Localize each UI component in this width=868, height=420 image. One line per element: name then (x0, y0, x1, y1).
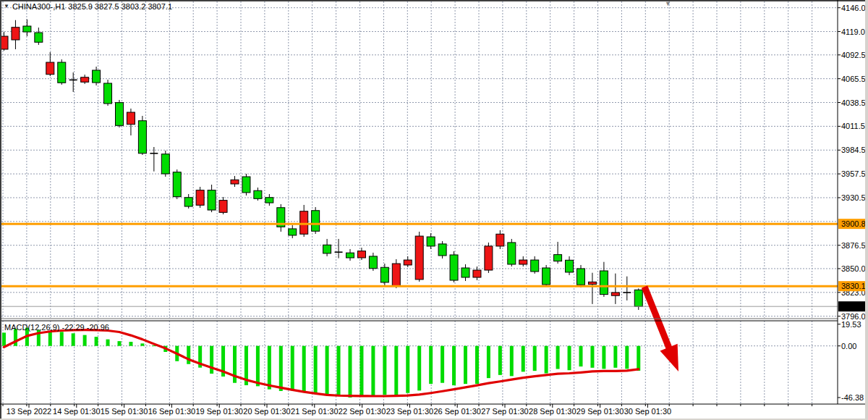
macd-histogram-bar (314, 346, 318, 394)
bull-candle-body (611, 293, 619, 295)
bear-candle-body (531, 260, 539, 272)
bear-candle-body (312, 211, 320, 231)
macd-histogram-bar (406, 346, 409, 393)
bid-price-badge-label: 3807.1 (841, 302, 866, 311)
time-axis-label: 19 Sep 01:30 (195, 407, 242, 416)
macd-histogram-bar (637, 346, 640, 371)
time-axis-label: 20 Sep 01:30 (243, 407, 290, 416)
macd-histogram-bar (210, 346, 213, 374)
bear-candle-body (184, 198, 192, 206)
bear-candle-body (369, 256, 377, 269)
window-right-strip (865, 0, 868, 420)
bear-candle-body (289, 229, 297, 235)
bull-candle-body (473, 270, 481, 277)
bear-candle-body (104, 83, 112, 104)
price-axis-label: 4092.5 (841, 51, 866, 59)
bull-candle-body (496, 234, 504, 246)
price-axis-label: 3850.0 (841, 264, 866, 273)
macd-histogram-bar (417, 346, 421, 391)
macd-histogram-bar (291, 346, 294, 391)
bear-candle-body (265, 198, 273, 203)
price-axis-label: 3876.5 (841, 241, 866, 250)
bull-candle-body (219, 201, 227, 213)
time-axis-label: 14 Sep 01:30 (53, 407, 100, 416)
bear-candle-body (23, 26, 31, 32)
bull-candle-body (404, 260, 412, 265)
bear-candle-body (600, 271, 608, 295)
bear-candle-body (116, 103, 124, 126)
indicator-name: MACD(12,26,9) (4, 323, 59, 332)
macd-histogram-bar (487, 346, 490, 378)
time-axis-label: 21 Sep 01:30 (291, 407, 338, 416)
macd-histogram-bar (48, 332, 52, 346)
macd-histogram-bar (545, 346, 548, 374)
macd-histogram-bar (613, 346, 617, 368)
candle (138, 116, 146, 155)
macd-histogram-bar (349, 346, 352, 398)
bear-candle-body (427, 237, 435, 246)
candle (196, 187, 204, 208)
level-price-badge-label: 3830.1 (841, 282, 866, 290)
indicator-label: MACD(12,26,9) -22.29 -20.96 (4, 323, 109, 332)
time-axis-label: 23 Sep 01:30 (386, 407, 433, 416)
macd-histogram-bar (590, 346, 594, 368)
macd-histogram-bar (522, 346, 525, 372)
bear-candle-body (438, 244, 446, 256)
bull-candle-body (12, 28, 20, 40)
bear-candle-body (554, 255, 562, 261)
macd-axis-label: 19.53 (841, 320, 861, 329)
bear-candle-body (161, 154, 169, 174)
macd-histogram-bar (95, 337, 98, 346)
bull-candle-body (392, 264, 400, 286)
macd-histogram-bar (60, 332, 64, 345)
bear-candle-body (173, 172, 181, 197)
candle (312, 207, 320, 234)
time-axis-label: 27 Sep 01:30 (481, 407, 528, 416)
bear-candle-body (35, 33, 43, 42)
macd-axis-label: -46.38 (841, 393, 864, 402)
macd-histogram-bar (602, 346, 605, 369)
price-axis-label: 4065.5 (841, 75, 866, 83)
macd-histogram-bar (452, 346, 456, 385)
macd-histogram-bar (118, 341, 122, 346)
macd-histogram-bar (556, 346, 560, 369)
bear-candle-body (346, 253, 354, 258)
chart-background[interactable] (0, 0, 868, 420)
symbol-dropdown-icon[interactable]: ▼ (4, 4, 9, 9)
chart-shift-marker-icon[interactable]: ▼ (665, 1, 671, 7)
macd-histogram-bar (533, 346, 537, 371)
bear-candle-body (93, 70, 101, 83)
symbol-period-label: CHINA300-,H1 (12, 2, 65, 11)
candle (450, 251, 458, 282)
candle (173, 169, 181, 199)
bear-candle-body (380, 267, 388, 282)
header-ohlc-values: 3825.9 3827.5 3803.2 3807.1 (68, 2, 172, 11)
price-axis-label: 3957.5 (841, 169, 866, 178)
bull-candle-body (588, 282, 596, 284)
macd-histogram-bar (106, 340, 110, 346)
macd-histogram-bar (429, 346, 433, 384)
candle (104, 80, 112, 106)
bull-candle-body (415, 236, 423, 280)
macd-histogram-bar (337, 346, 341, 396)
macd-histogram-bar (394, 346, 398, 396)
macd-histogram-bar (129, 342, 132, 346)
candle (415, 232, 423, 282)
price-axis-label: 3930.5 (841, 193, 866, 202)
indicator-values: -22.29 -20.96 (61, 323, 109, 332)
bull-candle-body (196, 190, 204, 206)
price-axis-label: 3984.5 (841, 146, 866, 154)
bull-candle-body (127, 112, 135, 125)
time-axis-label: 30 Sep 01:30 (624, 407, 671, 416)
candle (577, 265, 585, 287)
macd-histogram-bar (371, 346, 375, 396)
time-axis-label: 26 Sep 01:30 (433, 407, 480, 416)
candle (508, 239, 516, 266)
time-axis-label: 22 Sep 01:30 (339, 407, 386, 416)
bear-candle-body (542, 268, 550, 285)
chart-canvas[interactable]: 4146.04119.04092.54065.54038.54011.53984… (0, 0, 868, 420)
macd-histogram-bar (187, 346, 190, 364)
macd-histogram-bar (568, 346, 571, 371)
level-price-badge-label: 3900.8 (841, 219, 866, 228)
bear-candle-body (138, 121, 146, 154)
